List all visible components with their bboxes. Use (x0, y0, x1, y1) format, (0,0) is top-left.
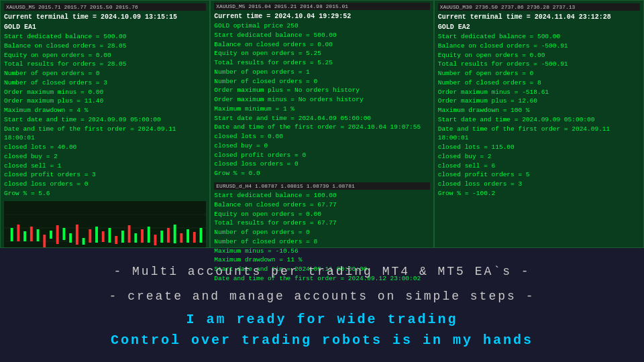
middle-header-top: XAUUSD_M5 2015.04 2015.21 2014.98 2015.0… (214, 3, 429, 10)
left-stats: Start dedicated balance = 500.00 Balance… (4, 32, 206, 198)
svg-rect-20 (109, 228, 111, 243)
svg-rect-21 (115, 236, 117, 244)
svg-rect-7 (23, 231, 26, 241)
left-chart: 9 Oct 2024 9 Oct 07:15 9 Oct 07:55 9 Oct… (4, 201, 206, 248)
svg-rect-17 (89, 229, 91, 243)
svg-rect-32 (186, 229, 189, 243)
svg-rect-27 (154, 235, 157, 245)
bottom-line1: - Multi accounts per trading MT4 & MT5 E… (113, 262, 530, 282)
svg-rect-8 (30, 227, 33, 241)
svg-rect-23 (128, 225, 131, 243)
svg-rect-18 (95, 227, 98, 243)
svg-rect-9 (37, 229, 40, 241)
bottom-section: - Multi accounts per trading MT4 & MT5 E… (0, 248, 644, 362)
svg-rect-13 (62, 228, 65, 240)
right-title: Current terminal time = 2024.11.04 23:12… (438, 12, 640, 22)
middle-title-top: Current time = 2024.10.04 19:29:52 (214, 11, 429, 21)
svg-rect-34 (200, 228, 203, 243)
svg-rect-31 (180, 233, 182, 243)
middle-panel: XAUUSD_M5 2015.04 2015.21 2014.98 2015.0… (210, 0, 433, 248)
svg-rect-16 (83, 238, 85, 245)
left-header: XAUUSD_M5 2015.71 2015.77 2015.50 2015.7… (4, 3, 206, 11)
bottom-line3: I am ready for wide trading (186, 312, 458, 327)
svg-rect-24 (134, 233, 137, 243)
bottom-line4: Control over trading robots is in my han… (111, 333, 533, 348)
svg-rect-14 (69, 233, 72, 243)
left-ea-name: GOLD EA1 (4, 22, 206, 32)
bottom-line2: - create and manage accounts on simple s… (109, 287, 535, 306)
svg-rect-6 (17, 225, 19, 241)
svg-rect-11 (50, 231, 52, 239)
svg-rect-10 (43, 235, 46, 248)
svg-rect-25 (141, 229, 144, 243)
svg-rect-29 (167, 228, 170, 243)
right-ea-name: GOLD EA2 (438, 22, 640, 32)
middle-stats-top: GOLD optimal price 250 Start dedicated b… (214, 21, 429, 178)
svg-rect-26 (148, 227, 150, 243)
svg-rect-30 (174, 225, 176, 243)
left-title: Current terminal time = 2024.10.09 13:15… (4, 12, 206, 22)
svg-rect-12 (56, 225, 59, 244)
svg-rect-5 (11, 228, 13, 241)
svg-rect-19 (102, 231, 105, 242)
middle-header-bottom: EURUSD_d_H4 1.08787 1.08815 1.08739 1.08… (214, 182, 429, 190)
right-header: XAUUSD_M30 2736.50 2737.86 2736.28 2737.… (438, 3, 640, 11)
right-panel: XAUUSD_M30 2736.50 2737.86 2736.28 2737.… (434, 0, 644, 248)
svg-rect-33 (193, 232, 196, 243)
middle-top: XAUUSD_M5 2015.04 2015.21 2014.98 2015.0… (211, 1, 433, 180)
right-stats: Start dedicated balance = 500.00 Balance… (438, 32, 640, 198)
svg-rect-28 (160, 231, 163, 243)
svg-rect-22 (121, 231, 124, 243)
svg-rect-15 (76, 225, 78, 245)
left-panel: XAUUSD_M5 2015.71 2015.77 2015.50 2015.7… (0, 0, 210, 248)
